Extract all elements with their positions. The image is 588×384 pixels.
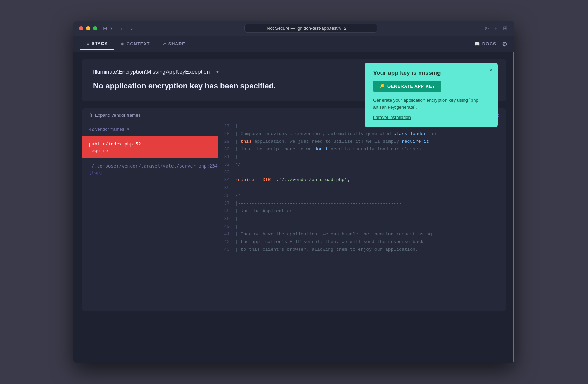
code-line: 41| Once we have the application, we can… [218, 230, 506, 238]
line-content: | the application's HTTP kernel. Then, w… [235, 238, 503, 246]
key-icon: 🔑 [379, 84, 385, 89]
expand-icon: ⇅ [89, 113, 93, 118]
frame-item-2[interactable]: ~/.composer/vendor/laravel/valet/server.… [82, 158, 218, 180]
line-number: 28 [221, 130, 235, 138]
title-bar: ⊟ ▾ ‹ › Not Secure — ignition-test-app.t… [74, 21, 514, 36]
vendor-frames-label: 42 vendor frames [89, 127, 124, 132]
traffic-lights [79, 26, 97, 30]
line-number: 39 [221, 215, 235, 223]
frame-file-2: ~/.composer/vendor/laravel/valet/server.… [89, 163, 211, 169]
line-number: 32 [221, 161, 235, 169]
share-icon[interactable]: ⎋ [484, 24, 490, 33]
code-line: 37|-------------------------------------… [218, 200, 506, 207]
expand-label: Expand vendor frames [95, 113, 141, 118]
grid-icon[interactable]: ⊞ [502, 23, 509, 33]
laravel-installation-link[interactable]: Laravel installation [373, 115, 411, 120]
code-panel: 27|28| Composer provides a convenient, a… [218, 122, 506, 311]
app-key-popup: × Your app key is missing 🔑 GENERATE APP… [365, 63, 498, 127]
docs-label: DOCS [482, 41, 496, 47]
mac-window: ⊟ ▾ ‹ › Not Secure — ignition-test-app.t… [74, 21, 514, 363]
popup-title: Your app key is missing [373, 70, 489, 77]
line-content: | Once we have the application, we can h… [235, 230, 503, 238]
code-line: 39|-------------------------------------… [218, 215, 506, 223]
line-number: 36 [221, 192, 235, 200]
frame-method-1: require [89, 148, 211, 153]
nav-right: 📖 DOCS ⚙ [474, 40, 507, 48]
title-bar-right: ⎋ + ⊞ [484, 23, 509, 33]
close-button[interactable] [79, 26, 83, 30]
tab-context-label: CONTEXT [126, 41, 150, 47]
line-number: 43 [221, 246, 235, 254]
frame-item-active[interactable]: public/index.php:52 require [82, 136, 218, 158]
code-line: 38| Run The Application [218, 207, 506, 215]
line-content: | to this client's browser, allowing the… [235, 246, 503, 254]
code-line: 34require __DIR__.'/../vendor/autoload.p… [218, 176, 506, 184]
line-content: | into the script here so we don't need … [235, 145, 503, 153]
vendor-frames-chevron: ▾ [127, 127, 130, 132]
popup-close-button[interactable]: × [490, 67, 493, 73]
content-area: Illuminate\Encryption\MissingAppKeyExcep… [74, 52, 514, 363]
nav-tabs: ≡ STACK ⊕ CONTEXT ↗ SHARE [80, 38, 474, 50]
nav-back[interactable]: ‹ [121, 25, 122, 31]
line-number: 42 [221, 238, 235, 246]
url-bar: Not Secure — ignition-test-app.test/#F2 [141, 24, 481, 33]
tab-stack[interactable]: ≡ STACK [80, 38, 114, 50]
sidebar-toggle[interactable]: ⊟ ▾ [103, 25, 112, 31]
settings-button[interactable]: ⚙ [502, 40, 507, 48]
settings-icon: ⚙ [502, 41, 507, 48]
context-icon: ⊕ [121, 42, 125, 47]
line-number: 34 [221, 176, 235, 184]
error-class-dropdown[interactable]: ▼ [216, 70, 220, 74]
stack-icon: ≡ [87, 41, 90, 46]
line-number: 38 [221, 207, 235, 215]
nav-bar: ≡ STACK ⊕ CONTEXT ↗ SHARE 📖 DOCS ⚙ [74, 36, 514, 52]
minimize-button[interactable] [86, 26, 90, 30]
line-content: |---------------------------------------… [235, 215, 503, 223]
tab-share-label: SHARE [168, 41, 186, 47]
code-line: 30| into the script here so we don't nee… [218, 145, 506, 153]
line-number: 30 [221, 145, 235, 153]
line-number: 33 [221, 169, 235, 176]
stack-body: 42 vendor frames ▾ public/index.php:52 r… [82, 122, 506, 311]
frames-panel: 42 vendor frames ▾ public/index.php:52 r… [82, 122, 218, 311]
frame-method-2: [top] [89, 170, 211, 175]
generate-btn-label: GENERATE APP KEY [387, 84, 435, 89]
stack-section: ⇅ Expand vendor frames public/index.php:… [82, 108, 506, 311]
line-content: */ [235, 161, 503, 169]
main-content: Illuminate\Encryption\MissingAppKeyExcep… [74, 52, 514, 363]
frame-file-1: public/index.php:52 [89, 141, 211, 147]
docs-link[interactable]: 📖 DOCS [474, 41, 496, 47]
url-input[interactable]: Not Secure — ignition-test-app.test/#F2 [244, 24, 377, 33]
line-content: /* [235, 192, 503, 200]
line-content: | Composer provides a convenient, automa… [235, 130, 503, 138]
line-number: 31 [221, 153, 235, 161]
line-content: | [235, 153, 503, 161]
line-content: |---------------------------------------… [235, 200, 503, 207]
vendor-frames-toggle[interactable]: 42 vendor frames ▾ [82, 122, 218, 136]
code-line: 31| [218, 153, 506, 161]
share-nav-icon: ↗ [162, 42, 166, 47]
code-line: 40| [218, 223, 506, 230]
code-line: 35 [218, 184, 506, 192]
maximize-button[interactable] [93, 26, 97, 30]
new-tab-icon[interactable]: + [493, 24, 499, 33]
tab-context[interactable]: ⊕ CONTEXT [114, 38, 156, 50]
line-number: 41 [221, 230, 235, 238]
docs-icon: 📖 [474, 41, 480, 47]
line-content: | [235, 223, 503, 230]
line-content: require __DIR__.'/../vendor/autoload.php… [235, 176, 503, 184]
red-accent [513, 52, 514, 363]
line-number: 40 [221, 223, 235, 230]
nav-forward[interactable]: › [131, 25, 133, 31]
error-class: Illuminate\Encryption\MissingAppKeyExcep… [93, 69, 210, 75]
line-number: 29 [221, 138, 235, 145]
generate-app-key-button[interactable]: 🔑 GENERATE APP KEY [373, 81, 441, 92]
line-number: 27 [221, 122, 235, 130]
expand-vendor-frames-button[interactable]: ⇅ Expand vendor frames [89, 113, 141, 118]
code-line: 42| the application's HTTP kernel. Then,… [218, 238, 506, 246]
tab-share[interactable]: ↗ SHARE [156, 38, 191, 50]
line-number: 37 [221, 200, 235, 207]
error-card: Illuminate\Encryption\MissingAppKeyExcep… [82, 59, 506, 101]
code-line: 29| this application. We just need to ut… [218, 138, 506, 145]
line-content: | Run The Application [235, 207, 503, 215]
